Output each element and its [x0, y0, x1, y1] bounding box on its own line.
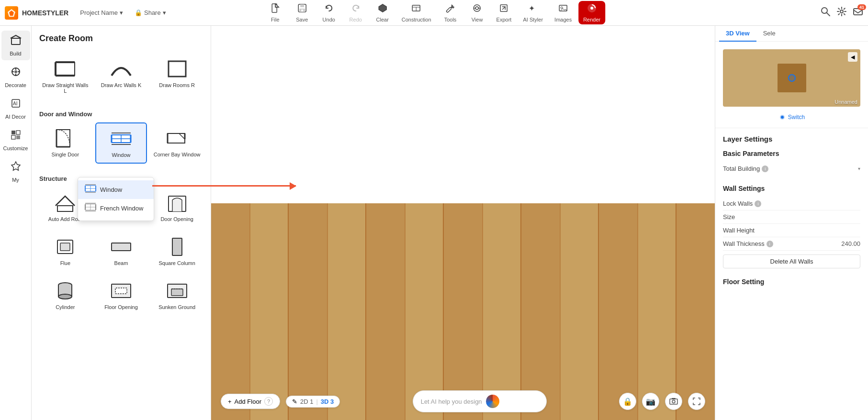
right-top: ◀ Unnamed Switch: [715, 42, 868, 128]
switch-view-button[interactable]: Switch: [719, 111, 864, 124]
file-button[interactable]: File: [263, 1, 288, 24]
canvas-area[interactable]: + Add Floor ? ✎ 2D 1 | 3D 3: [211, 26, 715, 420]
total-building-info[interactable]: i: [762, 166, 768, 172]
flue-item[interactable]: Flue: [39, 231, 91, 271]
single-door-label: Single Door: [52, 152, 79, 157]
view-3d-btn[interactable]: 3D 3: [321, 398, 334, 405]
save-button[interactable]: Save: [290, 1, 315, 24]
wall-height-row: Wall Height: [723, 224, 860, 237]
decorate-label: Decorate: [5, 82, 26, 88]
svg-rect-6: [301, 10, 303, 11]
svg-rect-31: [11, 131, 15, 134]
lock-button[interactable]: 🔒: [619, 393, 636, 410]
tools-button[interactable]: Tools: [438, 1, 463, 24]
share-button[interactable]: 🔒 Share ▾: [131, 7, 170, 18]
search-button[interactable]: [820, 6, 831, 19]
redo-icon: [350, 3, 361, 16]
drawing-section: Draw Straight Walls L Draw Arc Walls K D…: [32, 47, 211, 105]
panel-collapse-button[interactable]: ◀: [211, 213, 211, 232]
draw-rooms-item[interactable]: Draw Rooms R: [151, 53, 203, 99]
logo-area: HOMESTYLER: [5, 6, 68, 20]
square-column-item[interactable]: Square Column: [151, 231, 203, 271]
clear-icon: [377, 3, 388, 16]
sunken-ground-item[interactable]: Sunken Ground: [151, 275, 203, 315]
undo-label: Undo: [323, 17, 335, 22]
minimap[interactable]: ◀ Unnamed: [723, 49, 860, 107]
clear-label: Clear: [376, 17, 389, 22]
total-building-dropdown[interactable]: ▾: [858, 166, 860, 171]
sidebar-item-decorate[interactable]: Decorate: [1, 62, 30, 92]
door-opening-item[interactable]: Door Opening: [151, 187, 203, 227]
sidebar-item-build[interactable]: Build: [1, 31, 30, 60]
svg-rect-36: [56, 62, 75, 76]
undo-button[interactable]: Undo: [316, 1, 341, 24]
settings-button[interactable]: [836, 6, 847, 19]
square-column-label: Square Column: [158, 260, 195, 266]
draw-arc-walls-item[interactable]: Draw Arc Walls K: [95, 53, 147, 99]
mail-button[interactable]: 41: [853, 6, 863, 19]
redo-label: Redo: [349, 17, 362, 22]
svg-rect-32: [16, 131, 20, 134]
cylinder-item[interactable]: Cylinder: [39, 275, 91, 315]
images-label: Images: [554, 17, 572, 22]
camera2-button[interactable]: [665, 393, 682, 410]
delete-all-walls-button[interactable]: Delete All Walls: [723, 254, 860, 268]
floor-setting-title: Floor Setting: [723, 278, 860, 286]
view-button[interactable]: View: [465, 1, 490, 24]
single-door-item[interactable]: Single Door: [39, 122, 91, 164]
clear-button[interactable]: Clear: [370, 1, 395, 24]
camera-button[interactable]: 📷: [642, 393, 659, 410]
window-popup: Window French Window: [78, 177, 154, 221]
redo-button[interactable]: Redo: [343, 1, 368, 24]
export-button[interactable]: Export: [492, 1, 517, 24]
window-popup-window-label: Window: [100, 186, 122, 193]
window-popup-window[interactable]: Window: [78, 180, 154, 199]
corner-bay-window-item[interactable]: Corner Bay Window: [151, 122, 203, 164]
minimap-nav-btn[interactable]: ◀: [848, 52, 857, 62]
ai-styler-icon: ✦: [528, 3, 538, 16]
svg-rect-18: [559, 5, 567, 11]
save-label: Save: [296, 17, 308, 22]
view-2d-btn[interactable]: 2D 1: [300, 398, 313, 405]
basic-parameters-title: Basic Parameters: [723, 150, 860, 157]
ai-styler-button[interactable]: ✦ AI Styler: [519, 1, 548, 24]
floor-opening-item[interactable]: Floor Opening: [95, 275, 147, 315]
draw-straight-walls-item[interactable]: Draw Straight Walls L: [39, 53, 91, 99]
mail-badge: 41: [857, 4, 866, 10]
layer-settings-heading: Layer Settings: [723, 135, 860, 143]
sidebar-item-ai-decor[interactable]: AI AI Decor: [1, 94, 30, 123]
help-icon[interactable]: ?: [264, 397, 273, 406]
window-item[interactable]: Window: [95, 122, 147, 164]
beam-item[interactable]: Beam: [95, 231, 147, 271]
draw-arc-label: Draw Arc Walls K: [101, 82, 142, 88]
svg-rect-60: [112, 243, 131, 251]
render-button[interactable]: Render: [578, 1, 605, 24]
lock-walls-info[interactable]: i: [755, 200, 761, 207]
wall-thickness-info[interactable]: i: [767, 241, 773, 247]
tab-select[interactable]: Sele: [756, 26, 782, 42]
svg-point-24: [840, 10, 843, 13]
fullscreen-button[interactable]: [688, 393, 705, 410]
right-sidebar: 3D View Sele ◀ Unnamed Swi: [715, 26, 868, 420]
window-popup-window-icon: [85, 184, 96, 195]
corner-bay-window-label: Corner Bay Window: [154, 152, 201, 157]
project-name-button[interactable]: Project Name ▾: [76, 7, 127, 18]
tab-3d-view[interactable]: 3D View: [719, 26, 756, 42]
svg-rect-41: [56, 130, 70, 147]
sidebar-item-customize[interactable]: Customize: [1, 125, 30, 155]
file-icon: [270, 3, 281, 16]
ai-input-area[interactable]: Let AI help you design: [413, 390, 547, 412]
construction-button[interactable]: Construction: [397, 1, 436, 24]
svg-rect-68: [115, 288, 127, 294]
sidebar-item-my[interactable]: My: [1, 157, 30, 187]
main-area: Build Decorate AI AI Decor: [0, 26, 868, 420]
customize-icon: [10, 129, 22, 144]
export-label: Export: [496, 17, 512, 22]
add-floor-button[interactable]: + Add Floor ?: [221, 394, 280, 409]
logo-icon: [5, 6, 18, 20]
window-popup-french-window[interactable]: French Window: [78, 199, 154, 218]
drawing-grid: Draw Straight Walls L Draw Arc Walls K D…: [39, 53, 203, 99]
images-button[interactable]: Images: [550, 1, 576, 24]
render-label: Render: [583, 17, 600, 22]
ai-input-placeholder: Let AI help you design: [421, 398, 482, 405]
